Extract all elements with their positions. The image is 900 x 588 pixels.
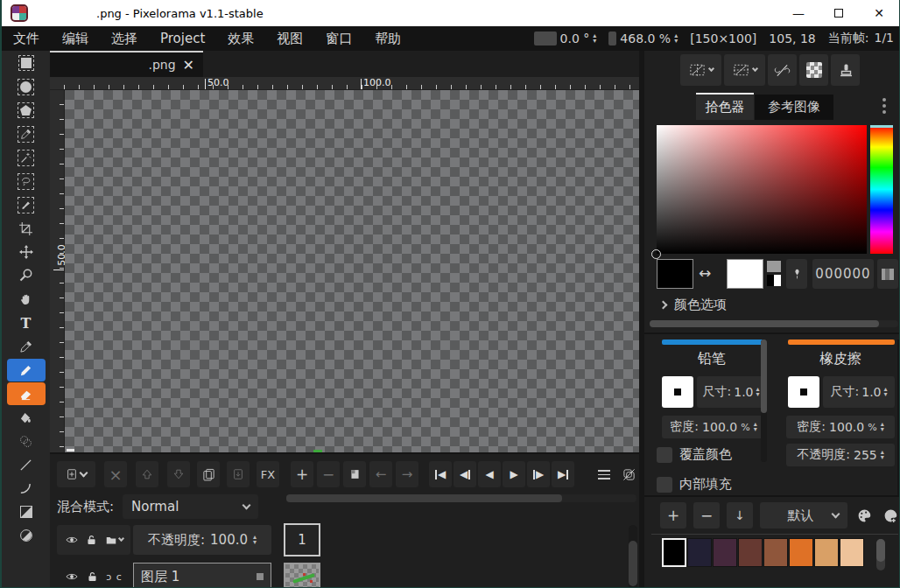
tool-rectangle[interactable] xyxy=(7,500,46,523)
canvas-hscroll-thumb[interactable] xyxy=(67,449,74,452)
timeline-hscrollbar[interactable] xyxy=(286,494,636,502)
copy-frame-button[interactable] xyxy=(343,461,366,487)
color-options-expander[interactable]: 颜色选项 xyxy=(660,297,727,313)
play-button[interactable]: ▶ xyxy=(503,461,525,487)
tab-close-icon[interactable]: ✕ xyxy=(183,57,194,74)
tool-text[interactable]: T xyxy=(7,312,46,334)
palette-swatch-0[interactable] xyxy=(662,538,686,567)
palette-swatch-6[interactable] xyxy=(814,538,839,567)
tool-polygon-select[interactable] xyxy=(7,99,46,122)
transparency-checker-button[interactable] xyxy=(799,54,828,86)
link-cels-icon[interactable]: ɔ c xyxy=(106,571,123,583)
palette-swatch-1[interactable] xyxy=(687,538,712,567)
sv-cursor[interactable] xyxy=(651,249,661,259)
saturation-value-gradient[interactable] xyxy=(657,125,867,254)
tool-shading[interactable] xyxy=(7,430,46,452)
palette-swatch-7[interactable] xyxy=(840,538,864,567)
first-frame-button[interactable]: ◀ xyxy=(429,461,452,487)
tab-png[interactable]: .png ✕ xyxy=(50,51,203,77)
clone-layer-button[interactable] xyxy=(197,461,220,487)
timeline-hscroll-thumb[interactable] xyxy=(286,494,562,502)
tool-ellipse-select[interactable] xyxy=(7,75,46,98)
palette-vscrollbar[interactable] xyxy=(876,539,885,570)
palette-swatch-5[interactable] xyxy=(789,538,813,567)
zoom-slider-handle[interactable] xyxy=(608,32,616,46)
menu-help[interactable]: 帮助 xyxy=(363,26,412,51)
fill-inside-checkbox[interactable]: 内部填充 xyxy=(657,476,732,493)
overwrite-color-checkbox[interactable]: 覆盖颜色 xyxy=(657,446,732,463)
picker-hscroll-thumb[interactable] xyxy=(650,320,879,327)
frame-button-1[interactable]: 1 xyxy=(284,523,320,556)
tool-ellipse[interactable] xyxy=(7,524,46,547)
eye-icon[interactable] xyxy=(65,534,79,546)
zoom-spinner[interactable]: 468.0 % ▴▾ xyxy=(608,32,678,46)
pencil-brush-preview[interactable] xyxy=(662,376,693,408)
tool-eraser[interactable] xyxy=(7,382,46,405)
cel-thumbnail[interactable] xyxy=(284,563,320,588)
merge-down-button[interactable] xyxy=(227,461,250,487)
canvas[interactable] xyxy=(65,90,639,452)
menu-edit[interactable]: 编辑 xyxy=(51,26,100,51)
previous-frame-button[interactable]: ◀ xyxy=(454,461,476,487)
rotation-spin-arrows-icon[interactable]: ▴▾ xyxy=(593,33,596,44)
layer-expand-handle[interactable] xyxy=(257,573,264,580)
hue-cursor[interactable] xyxy=(870,125,893,128)
last-frame-button[interactable]: ▶ xyxy=(552,461,574,487)
lock-icon[interactable] xyxy=(87,570,98,583)
stamp-button[interactable] xyxy=(831,54,860,86)
saved-swatches-button[interactable] xyxy=(877,259,898,289)
rotation-spinner[interactable]: 0.0 ° ▴▾ xyxy=(534,32,597,46)
secondary-color-swatch[interactable] xyxy=(727,259,763,289)
tab-reference-images[interactable]: 参考图像 xyxy=(755,94,833,120)
mirror-x-button[interactable] xyxy=(680,54,721,86)
move-layer-down-button[interactable] xyxy=(167,461,190,487)
panel-menu-icon[interactable] xyxy=(882,98,886,114)
tool-paint-select[interactable] xyxy=(7,193,46,216)
hex-color-input[interactable]: 000000 xyxy=(812,259,874,289)
pencil-density-spinner[interactable]: 密度: 100.0 % ▴▾ xyxy=(662,416,765,438)
tool-line[interactable] xyxy=(7,453,46,476)
onion-skinning-button[interactable] xyxy=(617,461,640,487)
eraser-opacity-spinner[interactable]: 不透明度: 255 ▴▾ xyxy=(786,444,895,466)
eraser-size-spinner[interactable]: 尺寸: 1.0 ▴▾ xyxy=(823,376,895,408)
pixel-perfect-button[interactable] xyxy=(768,54,797,86)
blend-mode-dropdown[interactable]: Normal xyxy=(123,494,258,519)
menu-window[interactable]: 窗口 xyxy=(314,26,363,51)
move-frame-left-button[interactable]: ← xyxy=(369,461,392,487)
layer-fx-button[interactable]: FX xyxy=(257,461,279,487)
tool-curve[interactable] xyxy=(7,477,46,500)
remove-color-button[interactable]: − xyxy=(693,502,720,528)
remove-frame-button[interactable]: − xyxy=(317,461,340,487)
move-layer-up-button[interactable] xyxy=(136,461,158,487)
rotation-slider-handle[interactable] xyxy=(534,32,557,46)
tool-color-picker[interactable] xyxy=(7,335,46,358)
edit-palette-button[interactable] xyxy=(853,502,876,528)
close-button[interactable]: ✕ xyxy=(859,0,899,26)
tool-move[interactable] xyxy=(7,241,46,263)
mirror-y-button[interactable] xyxy=(724,54,765,86)
palette-select-dropdown[interactable]: 默认 xyxy=(760,502,847,528)
swap-colors-icon[interactable]: ↔ xyxy=(699,264,711,282)
cel-group-button[interactable] xyxy=(105,535,123,545)
lock-icon[interactable] xyxy=(86,534,97,546)
menu-select[interactable]: 选择 xyxy=(100,26,149,51)
menu-effects[interactable]: 效果 xyxy=(216,26,265,51)
palette-swatch-3[interactable] xyxy=(738,538,763,567)
tool-magic-wand[interactable] xyxy=(7,146,46,169)
menu-file[interactable]: 文件 xyxy=(2,26,51,51)
add-layer-button[interactable] xyxy=(57,461,95,487)
tab-color-picker[interactable]: 拾色器 xyxy=(696,93,754,120)
tool-rectangle-select[interactable] xyxy=(7,52,46,74)
layer-name-cell[interactable]: 图层 1 xyxy=(133,563,271,588)
add-color-button[interactable]: + xyxy=(660,502,686,528)
pencil-options-scrollbar[interactable] xyxy=(761,340,767,462)
tool-zoom[interactable] xyxy=(7,264,46,287)
tool-crop[interactable] xyxy=(7,217,46,240)
tool-bucket[interactable] xyxy=(7,406,46,429)
tool-pencil[interactable] xyxy=(7,359,46,382)
move-frame-right-button[interactable]: → xyxy=(396,461,418,487)
menu-project[interactable]: Project xyxy=(149,26,216,51)
palette-swatch-4[interactable] xyxy=(763,538,788,567)
layer-opacity-spinner[interactable]: 不透明度: 100.0 ▴▾ xyxy=(133,525,271,555)
opacity-spin-arrows-icon[interactable]: ▴▾ xyxy=(253,535,257,545)
